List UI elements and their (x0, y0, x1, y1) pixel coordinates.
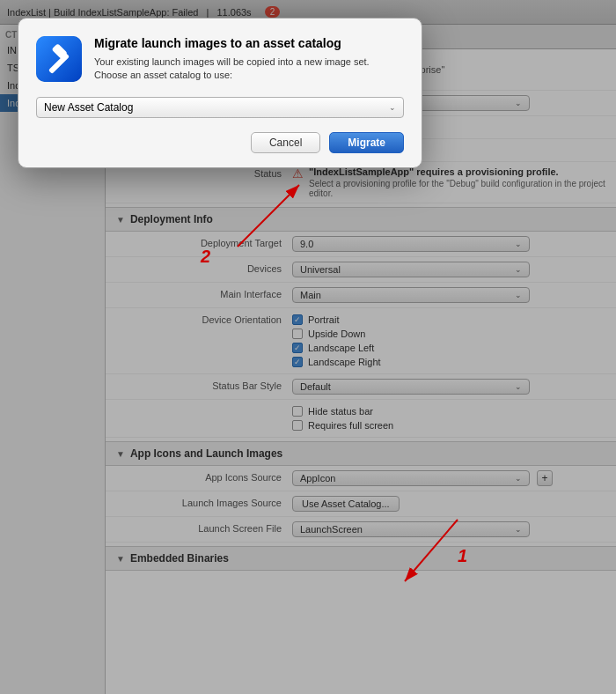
dialog-catalog-dropdown[interactable]: New Asset Catalog ⌄ (36, 97, 404, 118)
svg-rect-4 (36, 36, 82, 82)
xcode-logo-svg (36, 36, 82, 82)
dialog-buttons: Cancel Migrate (36, 132, 404, 153)
dialog-dropdown-value: New Asset Catalog (44, 101, 133, 114)
cancel-button[interactable]: Cancel (251, 132, 320, 153)
dialog-dropdown-arrow-icon: ⌄ (389, 103, 396, 112)
dialog-overlay: Migrate launch images to an asset catalo… (0, 0, 616, 694)
dialog-text-block: Migrate launch images to an asset catalo… (94, 36, 404, 83)
dialog-title: Migrate launch images to an asset catalo… (94, 36, 404, 50)
migrate-dialog: Migrate launch images to an asset catalo… (18, 18, 422, 168)
dialog-subtitle: Your existing launch images will be copi… (94, 55, 404, 83)
dialog-header: Migrate launch images to an asset catalo… (36, 36, 404, 83)
dialog-dropdown-row: New Asset Catalog ⌄ (36, 97, 404, 118)
migrate-button[interactable]: Migrate (329, 132, 404, 153)
xcode-icon (36, 36, 82, 82)
xcode-icon-container (36, 36, 82, 82)
